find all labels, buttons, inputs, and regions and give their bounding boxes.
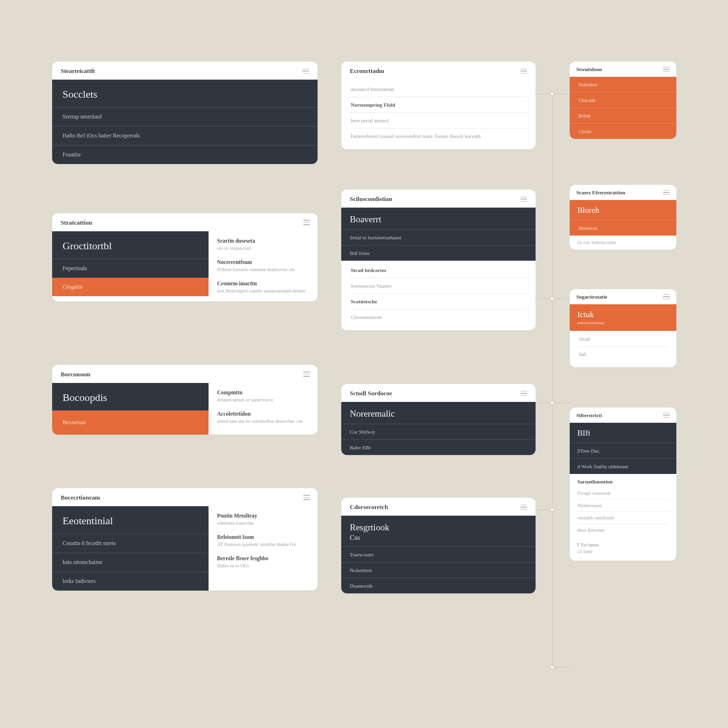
side-text: udetones loservise <box>217 520 309 527</box>
list-item: Soensmoon Vauster <box>350 278 527 294</box>
list-item: onosabh omtifoutin <box>577 512 669 524</box>
list-item: Nionternuest <box>577 500 669 512</box>
side-label: Compmttn <box>217 390 309 395</box>
card-header: Borconsom <box>61 371 91 378</box>
card-groctitortbl: Stratcattion Groctitortbl Feperitoda Ces… <box>52 213 318 301</box>
card-title: Noreremalic <box>341 402 536 424</box>
card-title: Bocoopdis <box>52 383 209 410</box>
card-header: Sctodl Sordocoe <box>350 390 392 397</box>
card-eeotentinial: Bocecrtionram Eeotentinial Cenatin 8 fec… <box>52 488 318 591</box>
card-footer: Su eotr Sentotsccame <box>570 236 676 250</box>
card-header: Stratcattion <box>61 219 92 227</box>
list-item: durearcd ftretetaman <box>350 82 527 97</box>
card-header: Sogartirotatie <box>576 294 607 300</box>
side-text: delated tames or oanerviove <box>217 397 309 403</box>
menu-icon[interactable] <box>663 67 670 72</box>
card-title: Groctitortbl <box>52 231 209 259</box>
list-item: Norstompring Flold <box>350 97 527 113</box>
list-item: Sloull <box>578 332 668 347</box>
list-item: Shitrttors <box>570 220 676 236</box>
menu-icon[interactable] <box>663 294 670 300</box>
side-label: Srartin duseseta <box>217 238 309 244</box>
side-label: Relstonott Isom <box>217 534 309 540</box>
card-header: Cdorsecoretch <box>350 503 388 511</box>
menu-icon[interactable] <box>303 495 310 500</box>
list-item: Cesgatin <box>52 278 209 296</box>
list-item: Hafto Bef tOcs hatter Recoprerals <box>52 126 318 145</box>
card-title: Boaverrt <box>341 208 536 229</box>
menu-icon[interactable] <box>663 413 670 418</box>
list-item: Feperitoda <box>52 259 209 278</box>
menu-icon[interactable] <box>302 69 309 74</box>
menu-icon[interactable] <box>520 505 527 510</box>
list-item: Foragd coseooids <box>577 487 669 500</box>
side-text: ultted tass ant ke outomeliue deuscrbec … <box>217 418 309 425</box>
menu-icon[interactable] <box>520 391 527 396</box>
card-subtitle: nutrcarnsriresse <box>570 320 676 331</box>
list-item: lorks Indiviers <box>52 572 209 591</box>
list-item: Scottietsche <box>350 294 527 309</box>
list-item: Deamoctth <box>341 578 536 593</box>
side-label: Berrole flrore fesgbbo <box>217 555 309 561</box>
card-stwuitdoon: Stwuitdoon Sxturitoe Chacain Btfuit Chri… <box>570 62 676 139</box>
card-title: Resgrtiook <box>341 516 536 534</box>
side-label: Cromem imacttn <box>217 281 309 286</box>
side-label: Pontin Metolteay <box>217 513 309 519</box>
card-title: Bloreh <box>570 200 676 220</box>
footer-text: Gf fume <box>570 548 676 561</box>
list-item: Bexnetum <box>52 410 209 435</box>
side-text: lent Restongers oasshe austarnarsand del… <box>217 288 309 294</box>
side-text: on on respancled <box>217 245 309 252</box>
list-item: d Wotk 5tatlin uldekeaer <box>570 458 676 474</box>
side-text: AT frrmoon quutiem omntfse thame fce <box>217 541 309 548</box>
card-ictuk: Sogartirotatie Ictuk nutrcarnsriresse Sl… <box>570 289 676 367</box>
list-item: dsuo Antronm <box>577 524 669 536</box>
side-label: Accolettetidon <box>217 411 309 417</box>
menu-icon[interactable] <box>303 220 310 225</box>
list-item: Cor Shifwiy <box>341 424 536 439</box>
card-boaverrt: Sciluscondistian Boaverrt Srtial in hurs… <box>341 190 536 330</box>
card-resgrtiook: Cdorsecoretch Resgrtiook Css Toerscoutrt… <box>341 498 536 593</box>
card-header: Sifterstrictt <box>576 412 602 418</box>
list-item: Stratl bedcortes <box>350 263 527 278</box>
list-item[interactable]: Btfuit <box>570 108 676 123</box>
list-item: STree Dut. <box>570 443 676 458</box>
card-header: Stwuitdoon <box>576 66 602 72</box>
list-item: Cenatin 8 fecedrt mrets <box>52 534 209 553</box>
list-item[interactable]: Chrite <box>570 123 676 139</box>
list-item: Cleoouesstiom <box>350 309 527 325</box>
list-item: Nolseittets <box>341 562 536 578</box>
menu-icon[interactable] <box>520 69 527 74</box>
menu-icon[interactable] <box>520 197 527 202</box>
list-item[interactable]: Chacain <box>570 92 676 108</box>
list-item: here pertal aestaol <box>350 113 527 128</box>
list-item: Bdf Irsler <box>341 245 536 261</box>
card-header: Bocecrtionram <box>61 494 100 501</box>
card-title: Eeotentinial <box>52 506 209 534</box>
menu-icon[interactable] <box>663 190 670 195</box>
card-title: Socclets <box>52 80 318 107</box>
list-item: Feaatita <box>52 145 318 164</box>
card-bocoopdis: Borconsom Bocoopdis Bexnetum Compmttndel… <box>52 365 318 435</box>
side-label: Nocrerentfsum <box>217 259 309 265</box>
list-item: Srtial in hursmettashaeet <box>341 229 536 245</box>
list-item: Farteretbresrl tosuod otorewrdlort tears… <box>350 128 527 144</box>
card-socclets: Stearteicattlt Socclets Srertap nestrita… <box>52 62 318 164</box>
list-item[interactable]: Sxturitoe <box>570 77 676 92</box>
footer-label: F For haoos <box>570 541 676 548</box>
menu-icon[interactable] <box>303 372 310 377</box>
card-header: Stearteicattlt <box>61 67 95 75</box>
section-label: Sarnatlinuntion <box>570 474 676 487</box>
card-noreremalic: Sctodl Sordocoe Noreremalic Cor Shifwiy … <box>341 384 536 455</box>
card-bloreh: Sraers Efrerestrattien Bloreh Shitrttors… <box>570 185 676 250</box>
side-text: IFthem fussarts rustanne mattioreta ofs <box>217 266 309 273</box>
card-title: BIft <box>570 423 676 443</box>
card-header: Ecronrttadm <box>350 67 384 75</box>
list-item: kats attomchaime <box>52 553 209 572</box>
list-item: Raler EBt <box>341 439 536 455</box>
list-item: Toerscoutrt <box>341 546 536 562</box>
card-header: Sraers Efrerestrattien <box>576 190 625 195</box>
card-title: Ictuk <box>570 304 676 320</box>
list-item: Srertap nestritauf <box>52 107 318 126</box>
card-subtitle: Css <box>341 534 536 546</box>
